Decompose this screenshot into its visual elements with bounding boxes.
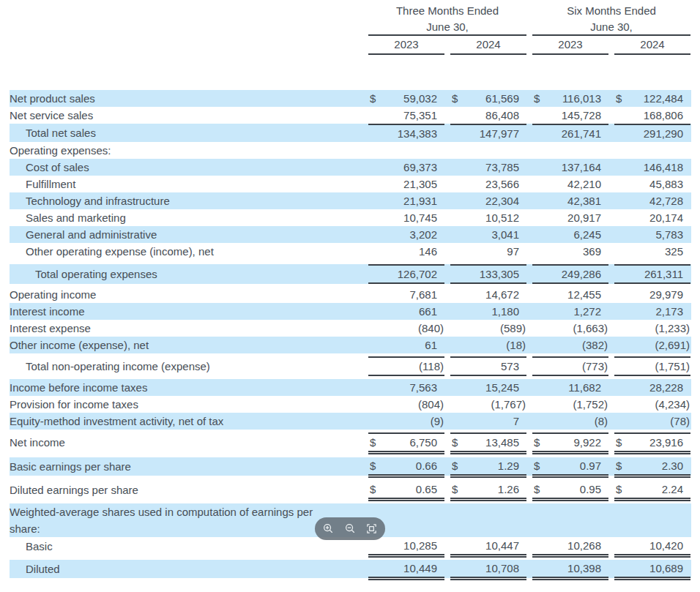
value-cell: 42,210 [532,176,608,192]
value-cell: 22,304 [450,192,526,209]
value-cell: 145,728 [532,107,608,124]
value-cell: $9,922 [532,432,608,452]
currency-symbol: $ [450,457,458,474]
table-row: Diluted earnings per share$0.65$1.26$0.9… [10,481,691,499]
cell-value: 261,311 [644,266,690,282]
value-cell: $0.66 [368,457,444,476]
cell-value: 10,447 [485,537,526,554]
cell-value: 28,228 [649,379,690,396]
cell-value: 168,806 [644,107,690,124]
row-label: Interest expense [10,320,362,337]
row-label: Interest income [10,303,362,320]
value-cell: 5,783 [614,226,690,243]
row-label: General and administrative [10,226,362,243]
currency-symbol: $ [532,481,540,498]
table-row: Cost of sales69,37373,785137,164146,418 [10,159,691,176]
currency-symbol: $ [368,90,376,107]
value-cell: 1,272 [532,303,608,320]
cell-value: 325 [665,243,690,260]
income-statement-rows: Net product sales$59,032$61,569$116,013$… [10,90,691,578]
cell-value: 15,245 [485,379,526,396]
value-cell: $0.97 [532,457,608,476]
cell-value: 122,484 [644,90,690,107]
value-cell: 10,398 [532,560,608,578]
cell-value: 116,013 [562,90,608,107]
cell-value: 1.29 [498,457,526,474]
value-cell: (589) [450,320,526,337]
currency-symbol: $ [532,90,540,107]
period-title: Six Months Ended [532,3,690,19]
cell-value: 134,383 [398,125,444,142]
cell-value: 0.97 [580,457,608,474]
cell-value: 20,917 [567,209,608,226]
value-cell: 10,708 [450,560,526,578]
row-label: Operating expenses: [10,142,362,159]
value-cell: 86,408 [450,107,526,124]
cell-value: 0.95 [580,481,608,498]
zoom-toolbar [315,517,385,540]
cell-value: 249,286 [562,266,608,282]
value-cell: $61,569 [450,90,526,107]
cell-value: 0.66 [416,457,444,474]
header-label-spacer [10,3,362,55]
period-subtitle: June 30, [368,19,526,36]
table-row: Income before income taxes7,56315,24511,… [10,379,691,396]
table-row: Technology and infrastructure21,93122,30… [10,192,691,209]
value-cell: 15,245 [450,379,526,396]
value-cell: 20,174 [614,209,690,226]
cell-value: 11,682 [568,379,608,396]
cell-value: 369 [583,243,608,260]
value-cell: 133,305 [450,264,526,284]
cell-value: 2,173 [655,303,690,320]
value-cell: 42,728 [614,192,690,209]
value-cell: $2.30 [614,457,690,476]
zoom-out-button[interactable] [342,521,358,537]
value-cell: 3,041 [450,226,526,243]
value-cell [532,503,608,537]
cell-value: 73,785 [485,159,526,176]
value-cell: (840) [368,320,444,337]
value-cell: 325 [614,243,690,260]
row-label: Basic [10,538,362,555]
table-row: Total operating expenses126,702133,30524… [10,264,691,284]
cell-value: 10,745 [403,209,444,226]
table-header: Three Months Ended June 30, 2023 2024 Si… [10,0,691,55]
year-column-header: 2023 [368,36,444,55]
cell-value: 21,931 [403,192,444,209]
value-cell: $122,484 [614,90,690,107]
value-cell: $0.65 [368,481,444,499]
currency-symbol: $ [450,90,458,107]
row-label: Income before income taxes [10,379,362,396]
value-cell: 10,689 [614,560,690,578]
cell-value: (804) [418,396,444,413]
row-label: Total net sales [10,124,362,141]
value-cell: 10,447 [450,537,526,555]
cell-value: 5,783 [655,226,690,243]
currency-symbol: $ [450,434,458,451]
cell-value: (840) [418,320,444,337]
row-label: Basic earnings per share [10,458,362,475]
value-cell: $0.95 [532,481,608,499]
row-label: Fulfillment [10,176,362,192]
cell-value: (9) [431,413,444,430]
cell-value: 13,485 [485,434,526,451]
value-cell: $23,916 [614,432,690,452]
cell-value: 42,210 [567,176,608,192]
cell-value: 661 [419,303,444,320]
value-cell: 12,455 [532,286,608,303]
zoom-in-button[interactable] [321,521,337,537]
value-cell: 261,741 [532,124,608,142]
cell-value: 45,883 [649,176,690,192]
table-row: Net product sales$59,032$61,569$116,013$… [10,90,691,107]
row-label: Technology and infrastructure [10,192,362,209]
value-cell: 69,373 [368,159,444,176]
value-cell: 73,785 [450,159,526,176]
cell-value: 7,681 [409,286,444,303]
row-label: Net income [10,434,362,451]
value-cell: 10,420 [614,537,690,555]
period-title: Three Months Ended [368,3,526,19]
fit-to-page-button[interactable] [364,521,380,537]
period-group-three-months: Three Months Ended June 30, 2023 2024 [368,3,526,55]
cell-value: 10,708 [485,560,526,577]
row-label: Operating income [10,286,362,303]
